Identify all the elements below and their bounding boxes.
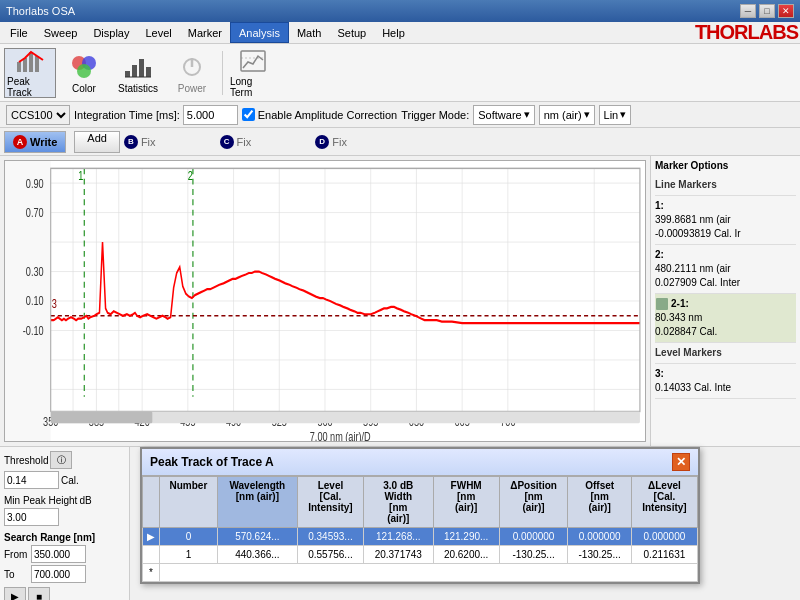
amplitude-correction-checkbox[interactable] [242,108,255,121]
trigger-mode-label: Trigger Mode: [401,109,469,121]
row-1-fwhm: 20.6200... [433,546,499,564]
row-0-fwhm: 121.290... [433,528,499,546]
minimize-button[interactable]: ─ [740,4,756,18]
min-peak-section: Min Peak Height dB [4,495,125,526]
row-1-level: 0.55756... [297,546,363,564]
threshold-input[interactable] [4,471,59,489]
menu-analysis[interactable]: Analysis [230,22,289,43]
play-button[interactable]: ▶ [4,587,26,600]
controls-bar: CCS100 Integration Time [ms]: Enable Amp… [0,102,800,128]
svg-text:2: 2 [188,169,193,183]
toolbar-statistics[interactable]: Statistics [112,48,164,98]
marker-c-circle: C [220,135,234,149]
threshold-info-button[interactable]: ⓘ [50,451,72,469]
col-delta-level[interactable]: ΔLevel[Cal.Intensity] [631,477,697,528]
close-button[interactable]: ✕ [778,4,794,18]
toolbar-color-label: Color [72,83,96,94]
to-input[interactable] [31,565,86,583]
titlebar: Thorlabs OSA ─ □ ✕ [0,0,800,22]
row-1-width: 20.371743 [364,546,434,564]
col-number[interactable]: Number [160,477,218,528]
menu-marker[interactable]: Marker [180,22,230,43]
to-label: To [4,569,29,580]
right-marker-1-id: 1: [655,199,796,213]
peak-track-header: Peak Track of Trace A ✕ [142,449,698,476]
integration-time-input[interactable] [183,105,238,125]
titlebar-title: Thorlabs OSA [6,5,75,17]
toolbar-long-term[interactable]: Long Term [227,48,279,98]
peak-track-icon [14,48,46,74]
right-panel: Marker Options Line Markers 1: 399.8681 … [650,156,800,446]
peak-track-close-button[interactable]: ✕ [672,453,690,471]
svg-rect-8 [132,65,137,77]
min-peak-unit: dB [79,495,91,506]
col-fwhm[interactable]: FWHM[nm(air)] [433,477,499,528]
table-row[interactable]: 1 440.366... 0.55756... 20.371743 20.620… [143,546,698,564]
unit1-dropdown[interactable]: nm (air) ▾ [539,105,595,125]
integration-time-label: Integration Time [ms]: [74,105,238,125]
threshold-label: Threshold [4,455,48,466]
device-select[interactable]: CCS100 [6,105,70,125]
svg-text:0.10: 0.10 [26,294,44,308]
unit2-dropdown[interactable]: Lin ▾ [599,105,632,125]
threshold-section: Threshold ⓘ Cal. [4,451,125,489]
peak-track-table-container[interactable]: Number Wavelength[nm (air)] Level[Cal.In… [142,476,698,582]
svg-rect-14 [241,51,265,71]
svg-text:3: 3 [52,297,57,311]
right-marker-2[interactable]: 2: 480.2111 nm (air 0.027909 Cal. Inter [655,245,796,294]
chevron-down-icon-3: ▾ [620,108,626,121]
col-level[interactable]: Level[Cal.Intensity] [297,477,363,528]
new-row-indicator: * [143,564,160,582]
table-row[interactable]: ▶ 0 570.624... 0.34593... 121.268... 121… [143,528,698,546]
level-markers-section: Level Markers [655,343,796,364]
color-icon [68,51,100,81]
row-1-indicator [143,546,160,564]
menu-file[interactable]: File [2,22,36,43]
marker-a-button[interactable]: A Write [4,131,66,153]
stop-button[interactable]: ■ [28,587,50,600]
marker-c-label: C Fix [220,135,252,149]
col-3db-width[interactable]: 3.0 dBWidth[nm(air)] [364,477,434,528]
marker-d-label: D Fix [315,135,347,149]
add-button[interactable]: Add [74,131,120,153]
maximize-button[interactable]: □ [759,4,775,18]
menu-level[interactable]: Level [137,22,179,43]
right-marker-1[interactable]: 1: 399.8681 nm (air -0.00093819 Cal. Ir [655,196,796,245]
statistics-icon [122,51,154,81]
thorlabs-logo: THORLABS [695,21,798,44]
menu-sweep[interactable]: Sweep [36,22,86,43]
toolbar-peak-track[interactable]: Peak Track [4,48,56,98]
menu-setup[interactable]: Setup [329,22,374,43]
trigger-mode-dropdown[interactable]: Software ▾ [473,105,534,125]
table-row-new: * [143,564,698,582]
chevron-down-icon-2: ▾ [584,108,590,121]
right-marker-2-1[interactable]: 2-1: 80.343 nm 0.028847 Cal. [655,294,796,343]
col-delta-pos[interactable]: ΔPosition[nm(air)] [499,477,568,528]
svg-rect-0 [17,62,21,72]
toolbar-power-label: Power [178,83,206,94]
right-marker-1-wl: 399.8681 nm (air [655,213,796,227]
right-marker-3[interactable]: 3: 0.14033 Cal. Inte [655,364,796,399]
menu-math[interactable]: Math [289,22,329,43]
toolbar-sep [222,51,223,95]
bottom-panel: Threshold ⓘ Cal. Min Peak Height dB Sear… [0,446,800,600]
col-indicator [143,477,160,528]
menu-help[interactable]: Help [374,22,413,43]
svg-rect-2 [29,52,33,72]
row-1-dlevel: 0.211631 [631,546,697,564]
chart-container: 0.90 0.70 0.30 0.10 -0.10 350 385 420 45… [4,160,646,442]
markers-bar: A Write Add B Fix C Fix D Fix [0,128,800,156]
from-input[interactable] [31,545,86,563]
left-side-panel: Threshold ⓘ Cal. Min Peak Height dB Sear… [0,447,130,600]
svg-rect-9 [139,59,144,77]
col-wavelength[interactable]: Wavelength[nm (air)] [217,477,297,528]
search-range-section: Search Range [nm] From To ▶ ■ [4,532,125,600]
marker-options-title: Marker Options [655,160,796,171]
col-offset[interactable]: Offset[nm(air)] [568,477,631,528]
toolbar-power[interactable]: Power [166,48,218,98]
toolbar-color[interactable]: Color [58,48,110,98]
svg-point-6 [77,64,91,78]
min-peak-input[interactable] [4,508,59,526]
row-0-indicator: ▶ [143,528,160,546]
menu-display[interactable]: Display [85,22,137,43]
